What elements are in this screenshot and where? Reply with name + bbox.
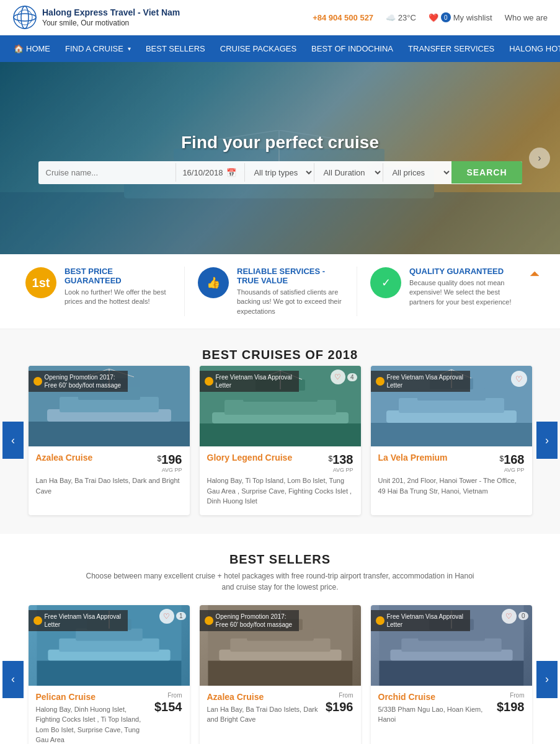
nav-home-label: HOME	[26, 44, 50, 53]
search-button[interactable]: SEARCH	[451, 161, 522, 184]
best-cruises-title: BEST CRUISES OF 2018	[12, 348, 548, 362]
orchid-info-row: Orchid Cruise 5/33B Pham Ngu Lao, Hoan K…	[378, 692, 525, 725]
best-sellers-cards-row: Free Vietnam Visa Approval Letter ♡ 1 Pe…	[25, 605, 535, 744]
orchid-desc: 5/33B Pham Ngu Lao, Hoan Kiem, Hanoi	[378, 704, 492, 725]
logo-area: Halong Express Travel - Viet Nam Your sm…	[12, 5, 180, 30]
best-sellers-title: BEST SELLERS	[12, 552, 548, 567]
cruise-name-input[interactable]	[38, 162, 176, 184]
glory-price-value: 138	[332, 453, 353, 466]
hero-title: Find your perfect cruise	[12, 133, 548, 153]
azalea-bs-price: $196	[326, 700, 353, 714]
promo-dot-4	[33, 616, 42, 625]
prices-select[interactable]: All prices	[383, 161, 451, 184]
wishlist-link[interactable]: ❤️ 0 My wishlist	[429, 12, 492, 22]
pelican-price: $154	[154, 700, 182, 714]
azalea-bs-info-row: Azalea Cruise Lan Ha Bay, Ba Trai Dao Is…	[207, 692, 353, 725]
azalea-bs-name[interactable]: Azalea Cruise	[207, 692, 321, 702]
azalea-name[interactable]: Azalea Cruise	[36, 453, 93, 463]
azalea-price-value: 196	[161, 453, 182, 466]
svg-rect-50	[208, 660, 352, 685]
orchid-heart-num: 0	[518, 612, 528, 620]
reliable-icon: 👍	[197, 267, 229, 299]
la-vela-name[interactable]: La Vela Premium	[378, 453, 448, 463]
svg-rect-18	[29, 422, 190, 446]
feature-quality-title: QUALITY GUARANTEED	[409, 267, 517, 276]
hero-next-arrow[interactable]: ›	[529, 148, 550, 169]
orchid-heart-count: ♡ 0	[502, 609, 528, 624]
who-we-are-link[interactable]: Who we are	[505, 13, 548, 22]
features-section: 1st BEST PRICE GUARANTEED Look no furthe…	[0, 254, 560, 329]
pelican-name[interactable]: Pelican Cruise	[36, 692, 150, 702]
la-vela-desc: Unit 201, 2nd Floor, Hanoi Tower - The O…	[378, 476, 525, 496]
best-sellers-subtitle: Choose between many excellent cruise + h…	[12, 570, 548, 593]
logo-text: Halong Express Travel - Viet Nam Your sm…	[42, 7, 180, 28]
glory-heart-num: 4	[347, 373, 357, 381]
feature-reliable-desc: Thousands of satisfied clients are backi…	[237, 288, 344, 316]
azalea-bs-promo-text: Opening Promotion 2017: Free 60' body/fo…	[216, 613, 294, 629]
weather-info: ☁️ 23°C	[386, 13, 416, 22]
feature-best-price-text: BEST PRICE GUARANTEED Look no further! W…	[64, 267, 172, 307]
duration-select[interactable]: All Duration	[314, 161, 383, 184]
best-cruises-cards-row: Opening Promotion 2017: Free 60' body/fo…	[25, 366, 535, 515]
trip-types-select[interactable]: All trip types	[245, 161, 314, 184]
card-glory-image: Free Vietnam Visa Approval Letter ♡ 4	[200, 366, 361, 446]
card-azalea-bs: Opening Promotion 2017: Free 60' body/fo…	[200, 605, 361, 744]
date-picker[interactable]: 16/10/2018 📅	[176, 168, 244, 177]
scroll-up-arrow[interactable]: ⏶	[529, 267, 541, 316]
nav-halong-hotels[interactable]: HALONG HOTELS	[502, 35, 560, 62]
svg-point-3	[14, 7, 35, 28]
azalea-promo-badge: Opening Promotion 2017: Free 60' body/fo…	[29, 371, 128, 392]
pelican-heart-icon[interactable]: ♡	[159, 609, 174, 624]
card-azalea-bs-body: Azalea Cruise Lan Ha Bay, Ba Trai Dao Is…	[200, 686, 361, 733]
nav-best-sellers[interactable]: BEST SELLERS	[138, 35, 213, 62]
logo-brand: Halong Express Travel - Viet Nam	[42, 7, 180, 17]
card-glory-legend: Free Vietnam Visa Approval Letter ♡ 4 Gl…	[200, 366, 361, 515]
azalea-bs-desc: Lan Ha Bay, Ba Trai Dao Islets, Dark and…	[207, 704, 321, 725]
glory-name[interactable]: Glory Legend Cruise	[207, 453, 293, 463]
logo-icon	[12, 5, 37, 30]
card-azalea-image: Opening Promotion 2017: Free 60' body/fo…	[29, 366, 190, 446]
nav-best-indochina[interactable]: BEST OF INDOCHINA	[304, 35, 401, 62]
pelican-desc: Halong Bay, Dinh Huong Islet, Fighting C…	[36, 704, 150, 744]
azalea-bs-price-block: From $196	[326, 692, 353, 714]
azalea-bs-info-left: Azalea Cruise Lan Ha Bay, Ba Trai Dao Is…	[207, 692, 321, 725]
glory-heart-icon[interactable]: ♡	[331, 370, 345, 384]
quality-icon: ✓	[370, 267, 402, 299]
feature-reliable-title: RELIABLE SERVICES - TRUE VALUE	[237, 267, 344, 285]
best-sellers-next-arrow[interactable]: ›	[536, 661, 558, 698]
orchid-promo-badge: Free Vietnam Visa Approval Letter	[371, 610, 470, 631]
best-cruises-prev-arrow[interactable]: ‹	[2, 422, 24, 459]
orchid-heart-icon[interactable]: ♡	[502, 609, 517, 624]
date-value: 16/10/2018	[182, 168, 223, 177]
azalea-promo-text: Opening Promotion 2017: Free 60' body/fo…	[45, 373, 123, 389]
nav-find-cruise[interactable]: FIND A CRUISE	[58, 35, 138, 62]
pelican-promo-text: Free Vietnam Visa Approval Letter	[45, 613, 123, 629]
best-sellers-prev-arrow[interactable]: ‹	[2, 661, 24, 698]
la-vela-heart[interactable]: ♡	[511, 371, 527, 387]
search-bar: 16/10/2018 📅 All trip types All Duration…	[38, 161, 522, 184]
feature-divider-1	[184, 267, 185, 316]
orchid-name[interactable]: Orchid Cruise	[378, 692, 492, 702]
nav-cruise-packages[interactable]: CRUISE PACKAGES	[213, 35, 304, 62]
nav-transfer-services[interactable]: TRANSFER SERVICES	[401, 35, 502, 62]
pelican-promo-badge: Free Vietnam Visa Approval Letter	[29, 610, 128, 631]
promo-dot-5	[205, 616, 213, 625]
best-cruises-wrapper: ‹	[12, 366, 548, 515]
phone-number[interactable]: +84 904 500 527	[313, 13, 373, 22]
svg-rect-4	[0, 192, 560, 254]
home-icon: 🏠	[14, 44, 24, 53]
orchid-price-block: From $198	[497, 692, 525, 714]
top-right: +84 904 500 527 ☁️ 23°C ❤️ 0 My wishlist…	[313, 12, 548, 22]
card-azalea-bs-image: Opening Promotion 2017: Free 60' body/fo…	[200, 605, 361, 686]
pelican-info-row: Pelican Cruise Halong Bay, Dinh Huong Is…	[36, 692, 182, 744]
best-cruises-next-arrow[interactable]: ›	[536, 422, 558, 459]
hero-content: Find your perfect cruise 16/10/2018 📅 Al…	[0, 133, 560, 184]
svg-rect-36	[371, 423, 532, 446]
calendar-icon: 📅	[226, 168, 236, 177]
card-la-vela-body: La Vela Premium $168 AVG PP Unit 201, 2n…	[371, 446, 532, 505]
nav-home[interactable]: 🏠 HOME	[6, 35, 58, 62]
card-la-vela: Free Vietnam Visa Approval Letter ♡ La V…	[371, 366, 532, 515]
feature-quality: ✓ QUALITY GUARANTEED Because quality doe…	[363, 267, 523, 316]
promo-dot-1	[33, 377, 42, 386]
glory-price-row: Glory Legend Cruise $138 AVG PP	[207, 453, 353, 473]
